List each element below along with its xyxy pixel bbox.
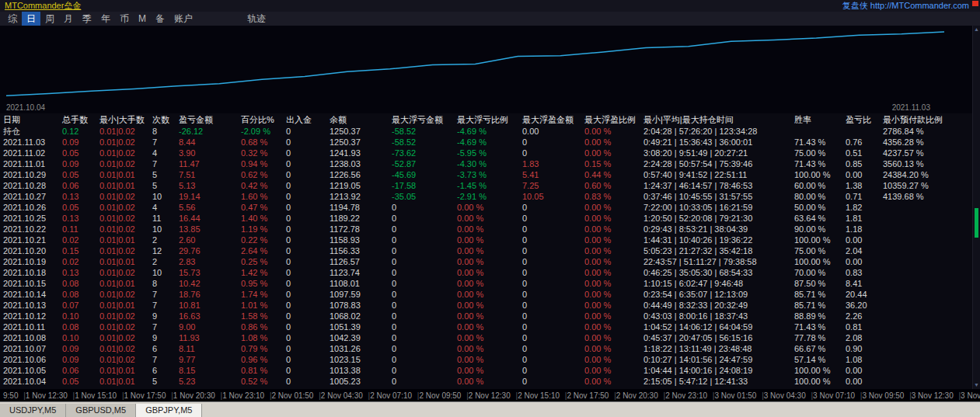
table-row[interactable]: 2021.10.120.100.01|0.02916.631.58 %01068… xyxy=(0,311,972,321)
table-row[interactable]: 2021.10.190.020.01|0.0122.830.25 %01126.… xyxy=(0,256,972,267)
table-cell: 1:04:44 | 14:00:16 | 24:08:19 xyxy=(640,365,791,376)
table-cell: 0 xyxy=(283,300,326,311)
table-cell: 5 xyxy=(149,169,176,180)
table-cell: 0.00 % xyxy=(454,343,519,354)
table-cell: 0.01|0.02 xyxy=(96,126,149,137)
table-row[interactable]: 2021.10.130.070.01|0.01710.811.01 %01078… xyxy=(0,300,972,311)
table-row[interactable]: 2021.10.260.050.01|0.0245.560.47 %01194.… xyxy=(0,202,972,213)
table-cell: 0 xyxy=(519,148,581,158)
vertical-scrollbar[interactable]: ▲ ▼ xyxy=(972,26,980,389)
table-cell: 50.00 % xyxy=(791,202,842,213)
table-cell: 0.00 % xyxy=(581,267,640,278)
table-row[interactable]: 2021.10.080.100.01|0.02911.931.08 %01042… xyxy=(0,332,972,343)
table-cell: 0 xyxy=(389,311,454,321)
menu-item-账户[interactable]: 账户 xyxy=(169,12,197,26)
menu-item-月[interactable]: 月 xyxy=(59,12,78,26)
chart-tab-GBPUSD,M5[interactable]: GBPUSD,M5 xyxy=(66,404,136,417)
table-cell: 5.13 xyxy=(176,180,238,191)
menu-item-备[interactable]: 备 xyxy=(151,12,169,26)
table-row[interactable]: 2021.10.250.130.01|0.021116.441.40 %0118… xyxy=(0,213,972,224)
scrollbar-marker[interactable] xyxy=(975,208,978,238)
table-row[interactable]: 2021.10.200.150.01|0.021229.762.64 %0115… xyxy=(0,245,972,256)
table-cell: 2021.11.01 xyxy=(0,158,59,169)
table-cell: 0.00 % xyxy=(581,137,640,148)
time-axis-label: 2 Nov 17:50 xyxy=(567,391,616,400)
menu-item-日[interactable]: 日 xyxy=(22,12,40,26)
table-cell: 100.00 % xyxy=(791,169,842,180)
menu-item-综[interactable]: 综 xyxy=(3,12,22,26)
table-cell: -26.12 xyxy=(176,126,238,137)
table-row[interactable]: 2021.11.010.090.01|0.02711.470.94 %01238… xyxy=(0,158,972,169)
table-cell: 10.05 xyxy=(519,191,581,202)
table-cell: 0:44:49 | 8:32:33 | 20:32:49 xyxy=(640,300,791,311)
table-row[interactable]: 2021.10.290.050.01|0.0157.510.62 %01226.… xyxy=(0,169,972,180)
scroll-down-icon[interactable]: ▼ xyxy=(973,381,980,389)
table-cell: 0.01|0.01 xyxy=(96,256,149,267)
table-row[interactable]: 2021.10.050.060.01|0.0168.150.81 %01013.… xyxy=(0,365,972,376)
menu-item-M[interactable]: M xyxy=(134,12,151,25)
chart-tab-USDJPY,M5[interactable]: USDJPY,M5 xyxy=(0,404,66,417)
table-row[interactable]: 2021.10.280.060.01|0.0155.130.42 %01219.… xyxy=(0,180,972,191)
menu-item-轨迹[interactable]: 轨迹 xyxy=(242,12,270,26)
table-row[interactable]: 2021.10.060.090.01|0.0279.770.96 %01023.… xyxy=(0,354,972,365)
table-cell: 0.00 % xyxy=(581,235,640,245)
table-row[interactable]: 2021.10.150.080.01|0.01810.420.95 %01108… xyxy=(0,278,972,289)
table-cell: 0 xyxy=(283,365,326,376)
table-cell: 2021.10.27 xyxy=(0,191,59,202)
table-cell: 1.83 xyxy=(519,158,581,169)
table-cell: 1108.01 xyxy=(326,278,389,289)
column-header: 出入金 xyxy=(283,113,326,126)
table-cell: 0 xyxy=(519,213,581,224)
chart-tab-GBPJPY,M5[interactable]: GBPJPY,M5 xyxy=(136,404,202,417)
column-header: 总手数 xyxy=(59,113,96,126)
table-row[interactable]: 持仓0.120.01|0.028-26.12-2.09 %01250.37-58… xyxy=(0,126,972,137)
table-cell: 0.83 xyxy=(842,267,880,278)
menu-item-季[interactable]: 季 xyxy=(78,12,96,26)
table-cell: 5:05:23 | 21:27:32 | 35:42:18 xyxy=(640,245,791,256)
table-cell: 0.06 xyxy=(59,180,96,191)
menu-item-周[interactable]: 周 xyxy=(40,12,59,26)
menu-item-币[interactable]: 币 xyxy=(115,12,134,26)
table-cell: 1051.39 xyxy=(326,321,389,332)
table-row[interactable]: 2021.11.030.090.01|0.0278.440.68 %01250.… xyxy=(0,137,972,148)
table-row[interactable]: 2021.10.070.090.01|0.0268.110.79 %01031.… xyxy=(0,343,972,354)
table-cell xyxy=(880,332,972,343)
table-cell: 0.06 xyxy=(59,365,96,376)
table-cell: -5.95 % xyxy=(454,148,519,158)
table-row[interactable]: 2021.10.040.050.01|0.0155.230.52 %01005.… xyxy=(0,376,972,387)
table-cell xyxy=(880,376,972,387)
table-cell: 0:46:25 | 35:05:30 | 68:54:33 xyxy=(640,267,791,278)
table-cell: 0.62 % xyxy=(238,169,283,180)
table-cell: 1023.15 xyxy=(326,354,389,365)
table-cell: 63.64 % xyxy=(791,213,842,224)
table-cell xyxy=(880,343,972,354)
table-cell: 100.00 % xyxy=(791,256,842,267)
table-cell: 7.25 xyxy=(519,180,581,191)
table-cell: 0.00 % xyxy=(581,376,640,387)
table-row[interactable]: 2021.11.020.050.01|0.0243.900.32 %01241.… xyxy=(0,148,972,158)
table-cell: 0.85 xyxy=(842,158,880,169)
table-cell: 0.00 % xyxy=(581,321,640,332)
table-row[interactable]: 2021.10.140.080.01|0.02718.761.74 %01097… xyxy=(0,289,972,300)
table-cell: 0 xyxy=(283,235,326,245)
table-cell: 0 xyxy=(283,267,326,278)
table-cell: 0.00 % xyxy=(454,289,519,300)
table-row[interactable]: 2021.10.220.110.01|0.021013.851.19 %0117… xyxy=(0,224,972,235)
table-cell: 36.20 xyxy=(842,300,880,311)
menu-item-年[interactable]: 年 xyxy=(96,12,115,26)
table-cell: 10359.27 % xyxy=(880,180,972,191)
table-row[interactable]: 2021.10.270.130.01|0.021019.141.60 %0121… xyxy=(0,191,972,202)
table-row[interactable]: 2021.10.180.130.01|0.021015.731.42 %0112… xyxy=(0,267,972,278)
table-cell: 1158.93 xyxy=(326,235,389,245)
scroll-up-icon[interactable]: ▲ xyxy=(973,26,980,33)
table-row[interactable]: 2021.10.210.020.01|0.0122.600.22 %01158.… xyxy=(0,235,972,245)
table-cell: 0.01|0.02 xyxy=(96,224,149,235)
table-row[interactable]: 2021.10.110.080.01|0.0279.000.86 %01051.… xyxy=(0,321,972,332)
table-cell: 0 xyxy=(389,300,454,311)
table-cell: 1.58 % xyxy=(238,311,283,321)
table-cell: 3:08:20 | 9:51:49 | 20:27:21 xyxy=(640,148,791,158)
alert-indicator[interactable] xyxy=(972,1,978,6)
equity-chart-panel[interactable]: 2021.10.04 2021.11.03 xyxy=(0,26,972,113)
site-link[interactable]: 复盘侠 http://MTCommander.com xyxy=(842,0,969,12)
table-cell: 0:43:03 | 8:00:16 | 18:37:43 xyxy=(640,311,791,321)
